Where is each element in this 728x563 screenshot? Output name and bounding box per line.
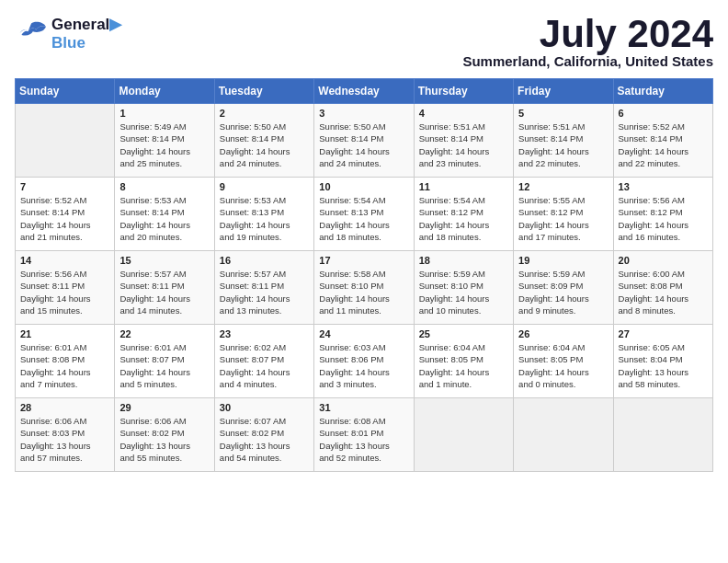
logo: General▶ Blue [15, 15, 121, 52]
cell-info: Sunrise: 6:08 AM Sunset: 8:01 PM Dayligh… [319, 415, 408, 464]
cell-info: Sunrise: 6:05 AM Sunset: 8:04 PM Dayligh… [619, 341, 708, 390]
calendar-week-row: 14Sunrise: 5:56 AM Sunset: 8:11 PM Dayli… [16, 251, 713, 325]
cell-info: Sunrise: 5:51 AM Sunset: 8:14 PM Dayligh… [419, 121, 508, 169]
weekday-header-wednesday: Wednesday [314, 79, 414, 104]
cell-info: Sunrise: 5:53 AM Sunset: 8:14 PM Dayligh… [119, 194, 209, 243]
calendar-cell: 24Sunrise: 6:03 AM Sunset: 8:06 PM Dayli… [314, 325, 414, 398]
cell-info: Sunrise: 6:00 AM Sunset: 8:08 PM Dayligh… [619, 268, 708, 316]
calendar-cell: 7Sunrise: 5:52 AM Sunset: 8:14 PM Daylig… [16, 178, 115, 251]
calendar-cell: 21Sunrise: 6:01 AM Sunset: 8:08 PM Dayli… [16, 325, 115, 398]
day-number: 3 [319, 108, 408, 119]
cell-info: Sunrise: 6:03 AM Sunset: 8:06 PM Dayligh… [319, 341, 408, 390]
calendar-cell [514, 398, 613, 472]
calendar-cell: 5Sunrise: 5:51 AM Sunset: 8:14 PM Daylig… [514, 104, 613, 178]
calendar-cell: 28Sunrise: 6:06 AM Sunset: 8:03 PM Dayli… [16, 398, 115, 472]
day-number: 16 [220, 255, 309, 266]
cell-info: Sunrise: 6:01 AM Sunset: 8:08 PM Dayligh… [20, 341, 109, 390]
calendar-table: SundayMondayTuesdayWednesdayThursdayFrid… [15, 78, 713, 472]
cell-info: Sunrise: 6:04 AM Sunset: 8:05 PM Dayligh… [419, 341, 508, 390]
cell-info: Sunrise: 5:57 AM Sunset: 8:11 PM Dayligh… [119, 268, 209, 316]
day-number: 1 [119, 108, 209, 119]
calendar-cell: 19Sunrise: 5:59 AM Sunset: 8:09 PM Dayli… [514, 251, 613, 325]
cell-info: Sunrise: 5:52 AM Sunset: 8:14 PM Dayligh… [619, 121, 708, 169]
location-subtitle: Summerland, California, United States [462, 53, 713, 69]
day-number: 9 [220, 181, 309, 192]
calendar-cell [613, 398, 712, 472]
calendar-cell: 20Sunrise: 6:00 AM Sunset: 8:08 PM Dayli… [613, 251, 712, 325]
day-number: 10 [319, 181, 408, 192]
day-number: 6 [619, 108, 708, 119]
calendar-cell: 2Sunrise: 5:50 AM Sunset: 8:14 PM Daylig… [214, 104, 313, 178]
day-number: 23 [220, 328, 309, 339]
day-number: 22 [119, 328, 209, 339]
weekday-header-monday: Monday [115, 79, 214, 104]
weekday-header-tuesday: Tuesday [214, 79, 313, 104]
day-number: 31 [319, 402, 408, 413]
weekday-header-sunday: Sunday [16, 79, 115, 104]
day-number: 12 [518, 181, 608, 192]
calendar-week-row: 7Sunrise: 5:52 AM Sunset: 8:14 PM Daylig… [16, 178, 713, 251]
calendar-cell: 25Sunrise: 6:04 AM Sunset: 8:05 PM Dayli… [414, 325, 513, 398]
day-number: 19 [518, 255, 608, 266]
day-number: 27 [619, 328, 708, 339]
cell-info: Sunrise: 5:50 AM Sunset: 8:14 PM Dayligh… [220, 121, 309, 169]
logo-icon [15, 20, 48, 48]
weekday-header-saturday: Saturday [613, 79, 712, 104]
weekday-header-friday: Friday [514, 79, 613, 104]
calendar-cell: 3Sunrise: 5:50 AM Sunset: 8:14 PM Daylig… [314, 104, 414, 178]
cell-info: Sunrise: 5:49 AM Sunset: 8:14 PM Dayligh… [119, 121, 209, 169]
cell-info: Sunrise: 5:52 AM Sunset: 8:14 PM Dayligh… [20, 194, 109, 243]
cell-info: Sunrise: 5:51 AM Sunset: 8:14 PM Dayligh… [518, 121, 608, 169]
logo-text: General▶ Blue [51, 15, 121, 52]
calendar-cell: 14Sunrise: 5:56 AM Sunset: 8:11 PM Dayli… [16, 251, 115, 325]
calendar-cell: 22Sunrise: 6:01 AM Sunset: 8:07 PM Dayli… [115, 325, 214, 398]
day-number: 11 [419, 181, 508, 192]
cell-info: Sunrise: 5:59 AM Sunset: 8:09 PM Dayligh… [518, 268, 608, 316]
calendar-cell: 18Sunrise: 5:59 AM Sunset: 8:10 PM Dayli… [414, 251, 513, 325]
calendar-cell: 8Sunrise: 5:53 AM Sunset: 8:14 PM Daylig… [115, 178, 214, 251]
month-title: July 2024 [462, 15, 713, 53]
calendar-cell: 12Sunrise: 5:55 AM Sunset: 8:12 PM Dayli… [514, 178, 613, 251]
cell-info: Sunrise: 5:56 AM Sunset: 8:11 PM Dayligh… [20, 268, 109, 316]
title-block: July 2024 Summerland, California, United… [462, 15, 713, 69]
calendar-cell: 31Sunrise: 6:08 AM Sunset: 8:01 PM Dayli… [314, 398, 414, 472]
cell-info: Sunrise: 5:50 AM Sunset: 8:14 PM Dayligh… [319, 121, 408, 169]
cell-info: Sunrise: 5:56 AM Sunset: 8:12 PM Dayligh… [619, 194, 708, 243]
weekday-header-thursday: Thursday [414, 79, 513, 104]
day-number: 2 [220, 108, 309, 119]
day-number: 20 [619, 255, 708, 266]
cell-info: Sunrise: 5:54 AM Sunset: 8:12 PM Dayligh… [419, 194, 508, 243]
calendar-cell: 11Sunrise: 5:54 AM Sunset: 8:12 PM Dayli… [414, 178, 513, 251]
calendar-cell: 1Sunrise: 5:49 AM Sunset: 8:14 PM Daylig… [115, 104, 214, 178]
calendar-cell: 9Sunrise: 5:53 AM Sunset: 8:13 PM Daylig… [214, 178, 313, 251]
day-number: 5 [518, 108, 608, 119]
day-number: 28 [20, 402, 109, 413]
calendar-cell: 17Sunrise: 5:58 AM Sunset: 8:10 PM Dayli… [314, 251, 414, 325]
calendar-cell [414, 398, 513, 472]
calendar-cell: 16Sunrise: 5:57 AM Sunset: 8:11 PM Dayli… [214, 251, 313, 325]
day-number: 18 [419, 255, 508, 266]
cell-info: Sunrise: 5:54 AM Sunset: 8:13 PM Dayligh… [319, 194, 408, 243]
calendar-cell: 4Sunrise: 5:51 AM Sunset: 8:14 PM Daylig… [414, 104, 513, 178]
cell-info: Sunrise: 5:53 AM Sunset: 8:13 PM Dayligh… [220, 194, 309, 243]
calendar-cell: 29Sunrise: 6:06 AM Sunset: 8:02 PM Dayli… [115, 398, 214, 472]
calendar-week-row: 21Sunrise: 6:01 AM Sunset: 8:08 PM Dayli… [16, 325, 713, 398]
calendar-cell: 15Sunrise: 5:57 AM Sunset: 8:11 PM Dayli… [115, 251, 214, 325]
calendar-week-row: 28Sunrise: 6:06 AM Sunset: 8:03 PM Dayli… [16, 398, 713, 472]
day-number: 4 [419, 108, 508, 119]
cell-info: Sunrise: 6:01 AM Sunset: 8:07 PM Dayligh… [119, 341, 209, 390]
day-number: 15 [119, 255, 209, 266]
calendar-cell: 27Sunrise: 6:05 AM Sunset: 8:04 PM Dayli… [613, 325, 712, 398]
calendar-cell: 23Sunrise: 6:02 AM Sunset: 8:07 PM Dayli… [214, 325, 313, 398]
day-number: 30 [220, 402, 309, 413]
calendar-week-row: 1Sunrise: 5:49 AM Sunset: 8:14 PM Daylig… [16, 104, 713, 178]
day-number: 26 [518, 328, 608, 339]
day-number: 17 [319, 255, 408, 266]
cell-info: Sunrise: 6:04 AM Sunset: 8:05 PM Dayligh… [518, 341, 608, 390]
cell-info: Sunrise: 6:06 AM Sunset: 8:02 PM Dayligh… [119, 415, 209, 464]
calendar-cell: 13Sunrise: 5:56 AM Sunset: 8:12 PM Dayli… [613, 178, 712, 251]
cell-info: Sunrise: 6:06 AM Sunset: 8:03 PM Dayligh… [20, 415, 109, 464]
day-number: 25 [419, 328, 508, 339]
day-number: 14 [20, 255, 109, 266]
cell-info: Sunrise: 6:02 AM Sunset: 8:07 PM Dayligh… [220, 341, 309, 390]
